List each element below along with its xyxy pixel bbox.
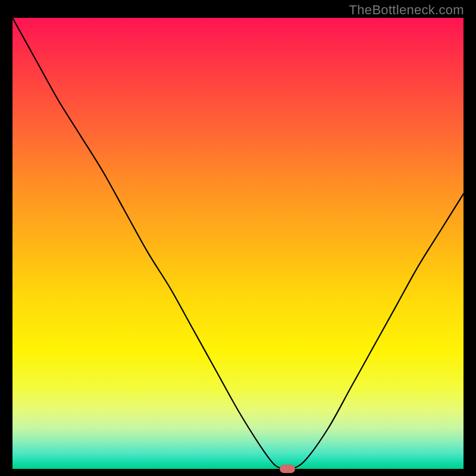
minimum-marker xyxy=(280,465,295,473)
watermark-label: TheBottleneck.com xyxy=(349,2,464,18)
plot-area xyxy=(12,18,464,469)
bottleneck-curve xyxy=(12,18,464,469)
chart-frame: TheBottleneck.com xyxy=(0,0,476,476)
